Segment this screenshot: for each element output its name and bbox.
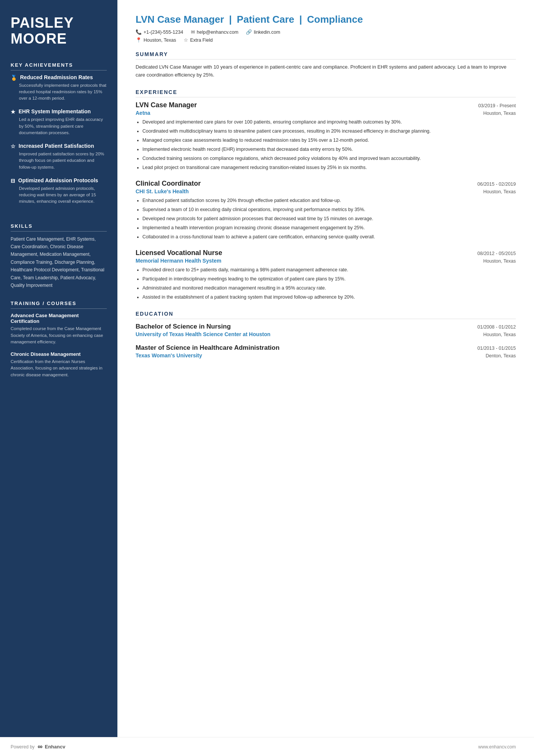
summary-title: SUMMARY — [136, 51, 516, 59]
bullet: Implemented electronic health record (EH… — [142, 146, 516, 153]
location-text: Houston, Texas — [144, 38, 176, 43]
achievement-item-3: ☆ Increased Patient Satisfaction Improve… — [11, 143, 107, 171]
achievement-title-3: ☆ Increased Patient Satisfaction — [11, 143, 107, 149]
summary-text: Dedicated LVN Case Manager with 10 years… — [136, 63, 516, 79]
edu-item-2: Master of Science in Healthcare Administ… — [136, 344, 516, 358]
exp-header-3: Licensed Vocational Nurse 08/2012 - 05/2… — [136, 249, 516, 257]
exp-item-2: Clinical Coordinator 06/2015 - 02/2019 C… — [136, 180, 516, 241]
linkedin-contact: 🔗 linkedin.com — [246, 29, 280, 35]
footer-logo: ∞ Enhancv — [37, 743, 65, 751]
email-address: help@enhancv.com — [197, 30, 239, 35]
footer-left: Powered by ∞ Enhancv — [11, 743, 65, 751]
extra-icon: ☆ — [184, 37, 188, 43]
exp-org-row-2: CHI St. Luke's Health Houston, Texas — [136, 188, 516, 194]
achievement-label-3: Increased Patient Satisfaction — [19, 143, 94, 149]
phone-number: +1-(234)-555-1234 — [144, 30, 183, 35]
bullet: Supervised a team of 10 in executing dai… — [142, 206, 516, 213]
bullet: Lead pilot project on transitional care … — [142, 164, 516, 171]
experience-section: EXPERIENCE LVN Case Manager 03/2019 - Pr… — [136, 89, 516, 301]
achievement-desc-4: Developed patient admission protocols, r… — [11, 185, 107, 205]
summary-section: SUMMARY Dedicated LVN Case Manager with … — [136, 51, 516, 79]
exp-date-2: 06/2015 - 02/2019 — [478, 182, 516, 187]
education-title: EDUCATION — [136, 311, 516, 319]
linkedin-icon: 🔗 — [246, 29, 252, 35]
training-title: TRAINING / COURSES — [11, 301, 107, 309]
extra-contact: ☆ Extra Field — [184, 37, 213, 43]
exp-bullets-1: Developed and implemented care plans for… — [136, 118, 516, 171]
edu-inst-1: University of Texas Health Science Cente… — [136, 331, 270, 337]
skills-section: SKILLS Patient Care Management, EHR Syst… — [11, 223, 107, 290]
achievement-item-2: ★ EHR System Implementation Led a projec… — [11, 108, 107, 136]
training-desc-1: Completed course from the Case Managemen… — [11, 326, 107, 345]
achievement-desc-2: Led a project improving EHR data accurac… — [11, 116, 107, 136]
main-content: LVN Case Manager | Patient Care | Compli… — [117, 0, 534, 737]
achievement-item-4: ⊟ Optimized Admission Protocols Develope… — [11, 177, 107, 205]
exp-org-1: Aetna — [136, 110, 150, 116]
training-item-1: Advanced Case Management Certification C… — [11, 313, 107, 345]
exp-title-2: Clinical Coordinator — [136, 180, 201, 188]
achievement-icon-3: ☆ — [11, 143, 16, 149]
bullet: Implemented a health intervention progra… — [142, 224, 516, 232]
exp-bullets-2: Enhanced patient satisfaction scores by … — [136, 197, 516, 241]
skills-text: Patient Care Management, EHR Systems, Ca… — [11, 235, 107, 290]
exp-org-row-3: Memorial Hermann Health System Houston, … — [136, 258, 516, 264]
edu-date-2: 01/2013 - 01/2015 — [478, 346, 516, 351]
candidate-name: PAISLEY MOORE — [11, 15, 107, 47]
training-item-2: Chronic Disease Management Certification… — [11, 351, 107, 378]
achievement-icon-2: ★ — [11, 109, 16, 115]
bullet: Participated in interdisciplinary meetin… — [142, 275, 516, 283]
exp-org-2: CHI St. Luke's Health — [136, 188, 189, 194]
exp-item-3: Licensed Vocational Nurse 08/2012 - 05/2… — [136, 249, 516, 301]
exp-date-3: 08/2012 - 05/2015 — [478, 251, 516, 256]
exp-location-3: Houston, Texas — [483, 258, 516, 264]
extra-text: Extra Field — [190, 38, 213, 43]
achievement-icon-4: ⊟ — [11, 178, 15, 184]
achievement-label-4: Optimized Admission Protocols — [18, 177, 98, 183]
achievement-icon-1: 🏅 — [11, 75, 17, 81]
edu-loc-1: Houston, Texas — [483, 332, 516, 337]
training-title-1: Advanced Case Management Certification — [11, 313, 107, 324]
achievement-desc-1: Successfully implemented care protocols … — [11, 82, 107, 102]
edu-header-2: Master of Science in Healthcare Administ… — [136, 344, 516, 352]
bullet: Collaborated in a cross-functional team … — [142, 233, 516, 241]
achievement-desc-3: Improved patient satisfaction scores by … — [11, 151, 107, 171]
skills-title: SKILLS — [11, 223, 107, 232]
main-header: LVN Case Manager | Patient Care | Compli… — [136, 14, 516, 43]
bullet: Developed new protocols for patient admi… — [142, 215, 516, 222]
powered-by-text: Powered by — [11, 744, 34, 750]
education-section: EDUCATION Bachelor of Science in Nursing… — [136, 311, 516, 358]
edu-header-1: Bachelor of Science in Nursing 01/2008 -… — [136, 323, 516, 330]
exp-location-2: Houston, Texas — [483, 189, 516, 194]
contact-row: 📞 +1-(234)-555-1234 ✉ help@enhancv.com 🔗… — [136, 29, 516, 35]
achievement-title-4: ⊟ Optimized Admission Protocols — [11, 177, 107, 184]
achievement-title-2: ★ EHR System Implementation — [11, 108, 107, 115]
edu-date-1: 01/2008 - 01/2012 — [478, 324, 516, 330]
exp-location-1: Houston, Texas — [483, 111, 516, 116]
exp-title-3: Licensed Vocational Nurse — [136, 249, 222, 257]
exp-header-1: LVN Case Manager 03/2019 - Present — [136, 101, 516, 109]
bullet: Managed complex case assessments leading… — [142, 136, 516, 144]
key-achievements-title: KEY ACHIEVEMENTS — [11, 62, 107, 70]
experience-title: EXPERIENCE — [136, 89, 516, 97]
exp-header-2: Clinical Coordinator 06/2015 - 02/2019 — [136, 180, 516, 188]
phone-icon: 📞 — [136, 29, 142, 35]
edu-inst-2: Texas Woman's University — [136, 352, 202, 358]
edu-inst-row-1: University of Texas Health Science Cente… — [136, 331, 516, 337]
separator-2: | — [299, 14, 305, 25]
footer-brand: Enhancv — [45, 744, 65, 750]
job-title: LVN Case Manager — [136, 14, 224, 25]
specialty-2: Compliance — [307, 14, 363, 25]
exp-org-row-1: Aetna Houston, Texas — [136, 110, 516, 116]
edu-degree-2: Master of Science in Healthcare Administ… — [136, 344, 279, 352]
separator-1: | — [229, 14, 235, 25]
resume-body: PAISLEY MOORE KEY ACHIEVEMENTS 🏅 Reduced… — [0, 0, 534, 737]
achievement-item: 🏅 Reduced Readmission Rates Successfully… — [11, 74, 107, 102]
bullet: Developed and implemented care plans for… — [142, 118, 516, 126]
edu-loc-2: Denton, Texas — [486, 353, 516, 358]
training-title-2: Chronic Disease Management — [11, 351, 107, 357]
bullet: Provided direct care to 25+ patients dai… — [142, 266, 516, 274]
exp-item-1: LVN Case Manager 03/2019 - Present Aetna… — [136, 101, 516, 171]
email-contact: ✉ help@enhancv.com — [191, 29, 239, 35]
training-desc-2: Certification from the American Nurses A… — [11, 358, 107, 378]
enhancv-logo-icon: ∞ — [37, 743, 42, 751]
